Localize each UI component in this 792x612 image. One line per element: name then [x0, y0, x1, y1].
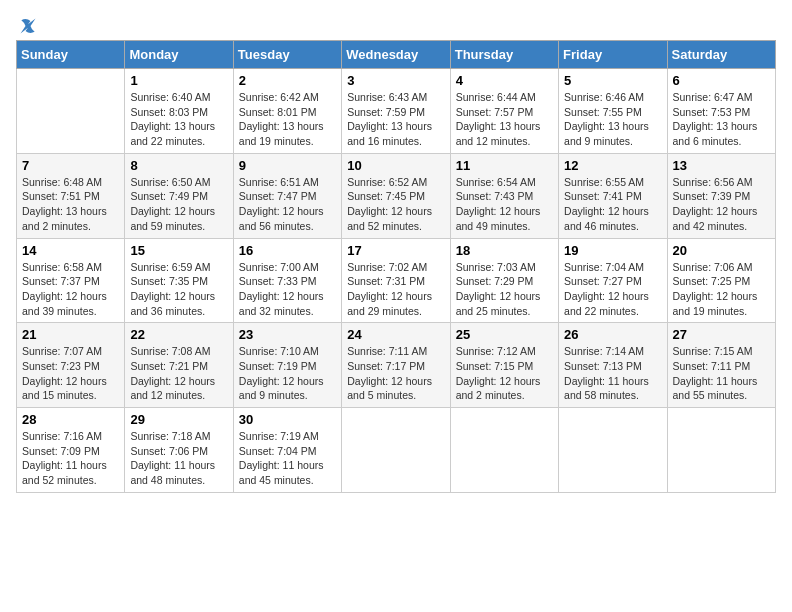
calendar-cell: 28Sunrise: 7:16 AM Sunset: 7:09 PM Dayli…: [17, 408, 125, 493]
page-header: [16, 16, 776, 32]
day-info: Sunrise: 6:59 AM Sunset: 7:35 PM Dayligh…: [130, 260, 227, 319]
day-number: 22: [130, 327, 227, 342]
day-number: 8: [130, 158, 227, 173]
day-number: 5: [564, 73, 661, 88]
calendar-cell: 12Sunrise: 6:55 AM Sunset: 7:41 PM Dayli…: [559, 153, 667, 238]
calendar-cell: 1Sunrise: 6:40 AM Sunset: 8:03 PM Daylig…: [125, 69, 233, 154]
day-number: 20: [673, 243, 770, 258]
calendar-cell: 30Sunrise: 7:19 AM Sunset: 7:04 PM Dayli…: [233, 408, 341, 493]
calendar-cell: 6Sunrise: 6:47 AM Sunset: 7:53 PM Daylig…: [667, 69, 775, 154]
calendar-cell: 4Sunrise: 6:44 AM Sunset: 7:57 PM Daylig…: [450, 69, 558, 154]
day-info: Sunrise: 7:11 AM Sunset: 7:17 PM Dayligh…: [347, 344, 444, 403]
day-info: Sunrise: 7:00 AM Sunset: 7:33 PM Dayligh…: [239, 260, 336, 319]
calendar-cell: 23Sunrise: 7:10 AM Sunset: 7:19 PM Dayli…: [233, 323, 341, 408]
day-number: 24: [347, 327, 444, 342]
day-info: Sunrise: 7:08 AM Sunset: 7:21 PM Dayligh…: [130, 344, 227, 403]
day-info: Sunrise: 7:04 AM Sunset: 7:27 PM Dayligh…: [564, 260, 661, 319]
calendar-cell: 17Sunrise: 7:02 AM Sunset: 7:31 PM Dayli…: [342, 238, 450, 323]
day-number: 2: [239, 73, 336, 88]
day-number: 27: [673, 327, 770, 342]
day-number: 7: [22, 158, 119, 173]
day-number: 19: [564, 243, 661, 258]
calendar-cell: [450, 408, 558, 493]
day-number: 13: [673, 158, 770, 173]
day-info: Sunrise: 6:54 AM Sunset: 7:43 PM Dayligh…: [456, 175, 553, 234]
day-info: Sunrise: 7:15 AM Sunset: 7:11 PM Dayligh…: [673, 344, 770, 403]
day-number: 12: [564, 158, 661, 173]
calendar-cell: 26Sunrise: 7:14 AM Sunset: 7:13 PM Dayli…: [559, 323, 667, 408]
calendar-cell: 11Sunrise: 6:54 AM Sunset: 7:43 PM Dayli…: [450, 153, 558, 238]
calendar-header-wednesday: Wednesday: [342, 41, 450, 69]
calendar-cell: 14Sunrise: 6:58 AM Sunset: 7:37 PM Dayli…: [17, 238, 125, 323]
day-info: Sunrise: 7:16 AM Sunset: 7:09 PM Dayligh…: [22, 429, 119, 488]
calendar-header-row: SundayMondayTuesdayWednesdayThursdayFrid…: [17, 41, 776, 69]
day-number: 25: [456, 327, 553, 342]
day-info: Sunrise: 6:42 AM Sunset: 8:01 PM Dayligh…: [239, 90, 336, 149]
day-info: Sunrise: 7:18 AM Sunset: 7:06 PM Dayligh…: [130, 429, 227, 488]
calendar-cell: 2Sunrise: 6:42 AM Sunset: 8:01 PM Daylig…: [233, 69, 341, 154]
day-info: Sunrise: 7:07 AM Sunset: 7:23 PM Dayligh…: [22, 344, 119, 403]
calendar-cell: 22Sunrise: 7:08 AM Sunset: 7:21 PM Dayli…: [125, 323, 233, 408]
day-number: 28: [22, 412, 119, 427]
calendar-cell: 24Sunrise: 7:11 AM Sunset: 7:17 PM Dayli…: [342, 323, 450, 408]
day-number: 10: [347, 158, 444, 173]
day-info: Sunrise: 7:03 AM Sunset: 7:29 PM Dayligh…: [456, 260, 553, 319]
calendar-cell: 7Sunrise: 6:48 AM Sunset: 7:51 PM Daylig…: [17, 153, 125, 238]
day-number: 29: [130, 412, 227, 427]
day-info: Sunrise: 6:44 AM Sunset: 7:57 PM Dayligh…: [456, 90, 553, 149]
day-number: 21: [22, 327, 119, 342]
calendar-cell: [342, 408, 450, 493]
day-info: Sunrise: 6:47 AM Sunset: 7:53 PM Dayligh…: [673, 90, 770, 149]
day-info: Sunrise: 6:43 AM Sunset: 7:59 PM Dayligh…: [347, 90, 444, 149]
calendar-cell: 10Sunrise: 6:52 AM Sunset: 7:45 PM Dayli…: [342, 153, 450, 238]
day-info: Sunrise: 7:02 AM Sunset: 7:31 PM Dayligh…: [347, 260, 444, 319]
calendar-cell: 18Sunrise: 7:03 AM Sunset: 7:29 PM Dayli…: [450, 238, 558, 323]
day-info: Sunrise: 6:58 AM Sunset: 7:37 PM Dayligh…: [22, 260, 119, 319]
calendar-cell: 27Sunrise: 7:15 AM Sunset: 7:11 PM Dayli…: [667, 323, 775, 408]
day-number: 14: [22, 243, 119, 258]
day-info: Sunrise: 6:56 AM Sunset: 7:39 PM Dayligh…: [673, 175, 770, 234]
calendar-header-saturday: Saturday: [667, 41, 775, 69]
day-number: 11: [456, 158, 553, 173]
calendar-header-tuesday: Tuesday: [233, 41, 341, 69]
calendar-header-friday: Friday: [559, 41, 667, 69]
calendar-header-monday: Monday: [125, 41, 233, 69]
calendar-cell: 8Sunrise: 6:50 AM Sunset: 7:49 PM Daylig…: [125, 153, 233, 238]
day-number: 16: [239, 243, 336, 258]
calendar-cell: [17, 69, 125, 154]
day-number: 1: [130, 73, 227, 88]
logo-bird-icon: [18, 16, 38, 36]
day-number: 17: [347, 243, 444, 258]
calendar-cell: 15Sunrise: 6:59 AM Sunset: 7:35 PM Dayli…: [125, 238, 233, 323]
calendar-header-sunday: Sunday: [17, 41, 125, 69]
calendar-cell: [559, 408, 667, 493]
calendar-cell: 19Sunrise: 7:04 AM Sunset: 7:27 PM Dayli…: [559, 238, 667, 323]
day-info: Sunrise: 6:40 AM Sunset: 8:03 PM Dayligh…: [130, 90, 227, 149]
day-info: Sunrise: 7:14 AM Sunset: 7:13 PM Dayligh…: [564, 344, 661, 403]
calendar-week-row: 14Sunrise: 6:58 AM Sunset: 7:37 PM Dayli…: [17, 238, 776, 323]
day-number: 3: [347, 73, 444, 88]
calendar-cell: 13Sunrise: 6:56 AM Sunset: 7:39 PM Dayli…: [667, 153, 775, 238]
calendar-cell: 29Sunrise: 7:18 AM Sunset: 7:06 PM Dayli…: [125, 408, 233, 493]
day-number: 26: [564, 327, 661, 342]
day-info: Sunrise: 6:48 AM Sunset: 7:51 PM Dayligh…: [22, 175, 119, 234]
day-info: Sunrise: 6:51 AM Sunset: 7:47 PM Dayligh…: [239, 175, 336, 234]
day-info: Sunrise: 6:55 AM Sunset: 7:41 PM Dayligh…: [564, 175, 661, 234]
calendar-week-row: 28Sunrise: 7:16 AM Sunset: 7:09 PM Dayli…: [17, 408, 776, 493]
calendar-cell: 20Sunrise: 7:06 AM Sunset: 7:25 PM Dayli…: [667, 238, 775, 323]
calendar-cell: 3Sunrise: 6:43 AM Sunset: 7:59 PM Daylig…: [342, 69, 450, 154]
day-info: Sunrise: 7:10 AM Sunset: 7:19 PM Dayligh…: [239, 344, 336, 403]
day-number: 23: [239, 327, 336, 342]
day-number: 30: [239, 412, 336, 427]
day-number: 15: [130, 243, 227, 258]
calendar-body: 1Sunrise: 6:40 AM Sunset: 8:03 PM Daylig…: [17, 69, 776, 493]
logo: [16, 16, 38, 32]
calendar-header-thursday: Thursday: [450, 41, 558, 69]
calendar-cell: 9Sunrise: 6:51 AM Sunset: 7:47 PM Daylig…: [233, 153, 341, 238]
calendar-cell: [667, 408, 775, 493]
day-info: Sunrise: 7:12 AM Sunset: 7:15 PM Dayligh…: [456, 344, 553, 403]
day-info: Sunrise: 7:19 AM Sunset: 7:04 PM Dayligh…: [239, 429, 336, 488]
calendar-cell: 16Sunrise: 7:00 AM Sunset: 7:33 PM Dayli…: [233, 238, 341, 323]
day-info: Sunrise: 7:06 AM Sunset: 7:25 PM Dayligh…: [673, 260, 770, 319]
day-number: 9: [239, 158, 336, 173]
